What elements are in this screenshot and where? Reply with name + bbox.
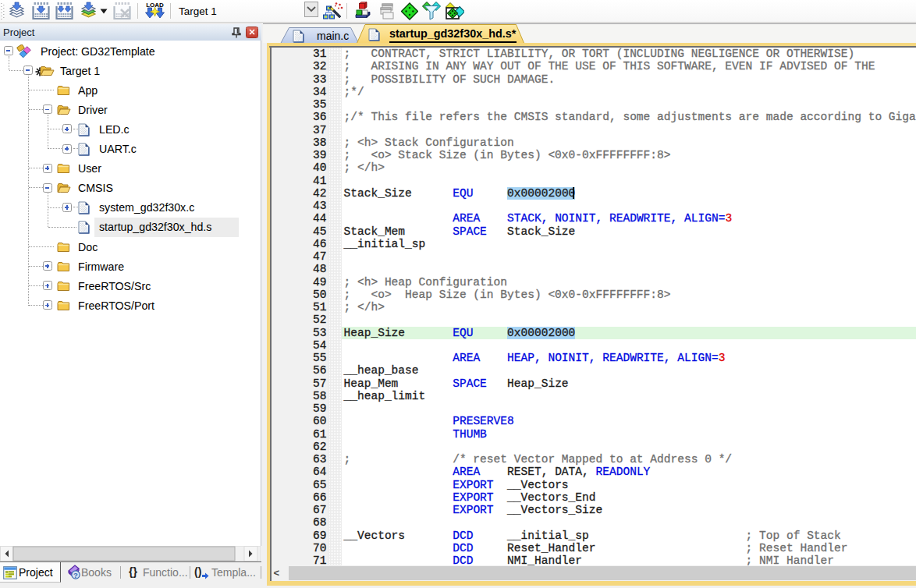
svg-text:?: ?	[73, 571, 78, 579]
